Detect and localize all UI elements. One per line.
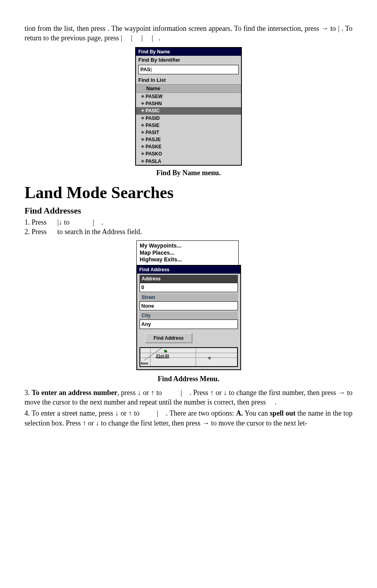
address-value: 0: [141, 284, 144, 290]
intro-paragraph: tion from the list, then press . The way…: [25, 24, 352, 43]
heading-land-mode-searches: Land Mode Searches: [25, 182, 352, 204]
text: |: [131, 34, 133, 42]
diamond-icon: ✧: [141, 108, 144, 114]
list-item[interactable]: ✧ PASEW: [136, 93, 241, 100]
tree-icon: ✳: [207, 355, 211, 361]
text: tion from the list, then press: [25, 25, 107, 32]
diamond-icon: ✧: [141, 122, 144, 129]
address-input[interactable]: 0: [139, 283, 238, 292]
step-3: 3. To enter an address number, press ↓ o…: [25, 388, 352, 407]
text: You can: [243, 409, 270, 417]
caption-1: Find By Name menu.: [25, 168, 352, 178]
identifier-input[interactable]: PAS: [138, 65, 239, 74]
text: .: [158, 34, 160, 42]
text: .: [101, 218, 103, 226]
text: . The waypoint information screen appear…: [107, 25, 338, 32]
find-address-dialog: Find Address Address 0 Street None City …: [136, 265, 241, 371]
menu-above-dialog: My Waypoints... Map Places... Highway Ex…: [136, 240, 239, 265]
text: . There are two options:: [166, 409, 236, 417]
text: 1. Press: [25, 218, 49, 226]
dialog-title: Find By Name: [136, 48, 241, 56]
text: , press ↓ or ↑ to: [117, 389, 164, 397]
heading-find-addresses: Find Addresses: [25, 205, 352, 217]
identifier-label: Find By Identifier: [136, 56, 241, 64]
name-column-header: Name: [136, 84, 241, 93]
text: |: [152, 34, 153, 42]
text: |: [181, 389, 182, 397]
text: |: [338, 25, 339, 32]
step-4: 4. To enter a street name, press ↓ or ↑ …: [25, 408, 352, 428]
text: |↓ to: [57, 218, 72, 226]
find-in-list-label: Find In List: [136, 76, 241, 85]
text: |: [93, 218, 94, 226]
street-value: None: [141, 303, 155, 309]
diamond-icon: ✧: [141, 158, 144, 164]
list-item[interactable]: ✧ PASID: [136, 115, 241, 122]
city-label: City: [139, 312, 238, 320]
list-item[interactable]: ✧ PASIC: [136, 107, 241, 114]
text-bold: To enter an address number: [32, 389, 117, 397]
diamond-icon: ✧: [141, 115, 144, 121]
map-scale: 5nm: [141, 361, 149, 366]
text: |: [141, 34, 143, 42]
street-input[interactable]: None: [139, 301, 238, 311]
text: .: [275, 398, 277, 406]
identifier-value: PAS: [140, 66, 151, 72]
diamond-icon: ✧: [141, 151, 144, 157]
list-item[interactable]: ✧ PASHN: [136, 100, 241, 107]
find-address-button[interactable]: Find Address: [145, 333, 192, 343]
mini-map: ⚑ 21st-St ✳ 5nm: [139, 347, 238, 367]
diamond-icon: ✧: [141, 129, 144, 136]
list-item[interactable]: ✧ PASIE: [136, 122, 241, 129]
list-item[interactable]: ✧ PASIT: [136, 129, 241, 136]
step-2: 2. Press to search in the Address field.: [25, 227, 352, 236]
caption-2: Find Address Menu.: [25, 374, 352, 384]
diamond-icon: ✧: [141, 144, 144, 150]
map-street-label: 21st-St: [156, 354, 169, 359]
text-cursor-icon: [151, 68, 151, 72]
list-item[interactable]: ✧ PASKE: [136, 143, 241, 150]
text: 2. Press: [25, 228, 49, 236]
menu-map-places[interactable]: Map Places...: [140, 250, 235, 257]
text-bold: spell out: [270, 409, 296, 417]
city-value: Any: [141, 321, 151, 327]
text: |: [157, 409, 158, 417]
menu-my-waypoints[interactable]: My Waypoints...: [140, 242, 235, 250]
diamond-icon: ✧: [141, 93, 144, 100]
text: 4. To enter a street name, press ↓ or ↑ …: [25, 409, 141, 417]
text-bold: A.: [236, 409, 243, 417]
text: 3.: [25, 389, 32, 397]
address-label: Address: [139, 275, 238, 283]
menu-highway-exits[interactable]: Highway Exits...: [140, 256, 235, 263]
list-item[interactable]: ✧ PASJE: [136, 136, 241, 143]
list-item[interactable]: ✧ PASKO: [136, 150, 241, 157]
list-item[interactable]: ✧ PASLA: [136, 158, 241, 165]
dialog-title: Find Address: [137, 266, 240, 274]
text: to search in the Address field.: [57, 228, 142, 236]
diamond-icon: ✧: [141, 100, 144, 107]
diamond-icon: ✧: [141, 136, 144, 143]
street-label: Street: [139, 293, 238, 301]
city-input[interactable]: Any: [139, 320, 238, 329]
text: |: [121, 34, 122, 42]
step-1: 1. Press |↓ to | .: [25, 217, 352, 227]
find-by-name-dialog: Find By Name Find By Identifier PAS Find…: [135, 47, 242, 166]
